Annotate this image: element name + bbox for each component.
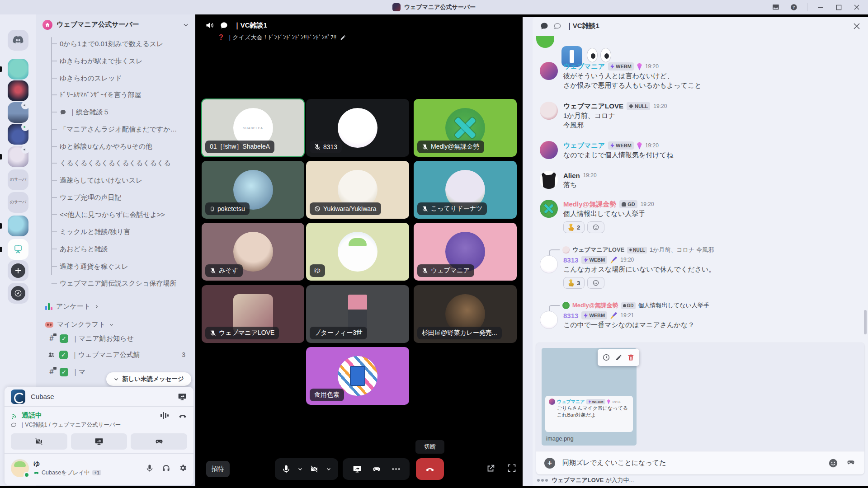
user-avatar[interactable] — [11, 459, 29, 477]
camera-options-chevron[interactable] — [326, 466, 331, 472]
avatar[interactable] — [540, 62, 558, 80]
close-chat-button[interactable] — [853, 22, 861, 30]
server-icon-text-2[interactable]: のサーバ — [8, 192, 28, 213]
reaction-pill[interactable]: 3 — [563, 277, 585, 289]
voice-tile[interactable]: poketetsu — [202, 161, 304, 219]
author-name[interactable]: 8313 — [563, 312, 578, 319]
voice-tile[interactable]: Medly@無課金勢 — [414, 99, 517, 157]
thread-item[interactable]: 過疎う通貨を稼ぐスレ — [36, 260, 195, 273]
server-icon-anime-girl[interactable] — [8, 146, 28, 167]
spoiler-eye-icon[interactable] — [602, 353, 610, 361]
thread-item[interactable]: くるくるくるくるくるくるくるくる — [36, 156, 195, 170]
thread-item[interactable]: ウェブマニア鯖伝説スクショ保存場所 — [36, 277, 195, 290]
poll-section[interactable]: アンケート — [36, 299, 195, 314]
author-name[interactable]: 8313 — [563, 256, 578, 264]
avatar[interactable] — [540, 171, 558, 189]
more-options-button[interactable] — [392, 468, 401, 470]
voice-tile[interactable]: みそす — [202, 223, 304, 281]
server-icon-fireworks[interactable] — [8, 80, 28, 101]
voice-tile[interactable]: SHABELEA 01［!shw］ShabeleA — [202, 99, 304, 157]
reaction-pill[interactable]: 2 — [563, 221, 585, 233]
screen-share-button[interactable] — [352, 465, 362, 474]
chat-scrollbar-thumb[interactable] — [864, 310, 867, 334]
thread-item[interactable]: ゆきらわのスレッド — [36, 71, 195, 85]
avatar[interactable] — [540, 200, 558, 218]
voice-activity-icon[interactable] — [160, 412, 169, 419]
server-icon-text-1[interactable]: のサーバ — [8, 169, 28, 190]
voice-tile[interactable]: こってりドーナツ — [414, 161, 517, 219]
thread-item[interactable]: ウェブ完理の声日記 — [36, 191, 195, 204]
disconnect-button[interactable] — [416, 458, 444, 480]
popout-icon[interactable] — [486, 464, 495, 474]
thread-item[interactable]: あおどらと雑談 — [36, 242, 195, 256]
mic-icon[interactable] — [146, 464, 154, 473]
chat-bubble-icon[interactable] — [220, 21, 228, 30]
author-name[interactable]: ウェブマニア — [563, 62, 605, 71]
mic-options-chevron[interactable] — [297, 466, 303, 472]
avatar[interactable] — [540, 255, 558, 273]
thread-item[interactable]: <<他人に見つからずに会話せよ>> — [36, 208, 195, 221]
voice-tile[interactable]: 8313 — [306, 99, 409, 157]
thread-item[interactable]: 過疎らしてはいけないスレ — [36, 174, 195, 187]
voice-tile[interactable]: Yukiwara/Yukiwara — [306, 161, 409, 219]
channel-announcements[interactable]: # ✓ ｜マニア鯖お知らせ — [36, 331, 195, 346]
thread-item[interactable]: ゆきらわが駅まで歩くスレ — [36, 54, 195, 68]
stream-activity-icon[interactable] — [177, 392, 187, 401]
channel-official-server[interactable]: ✓ ｜ウェブマニア公式鯖 3 — [36, 347, 195, 362]
edit-pencil-icon[interactable] — [615, 354, 623, 361]
thread-item[interactable]: 0から1まで0.01刻みで数えるスレ — [36, 37, 195, 51]
voice-tile[interactable]: ゆ — [306, 223, 409, 281]
discord-home-button[interactable] — [8, 30, 28, 51]
game-activity-button[interactable] — [131, 433, 187, 450]
author-name[interactable]: ウェブマニアLOVE — [563, 102, 623, 111]
reply-reference[interactable]: ウェブマニアLOVE NULL 1か月前、コロナ 今風邪 — [549, 245, 861, 254]
add-reaction-button[interactable] — [587, 221, 604, 233]
server-header[interactable]: ウェブマニア公式サーバー — [36, 14, 195, 35]
voice-tile[interactable]: 食用色素 — [306, 347, 409, 405]
thread-item[interactable]: ゆと雑談∪なんかやろ∪その他 — [36, 140, 195, 153]
camera-off-button[interactable] — [11, 433, 67, 450]
thread-item[interactable]: ミックルと雑談/独り言 — [36, 225, 195, 239]
headphones-icon[interactable] — [162, 464, 170, 473]
server-icon-robot[interactable] — [8, 59, 28, 80]
avatar[interactable] — [540, 311, 558, 329]
avatar[interactable] — [540, 141, 558, 159]
avatar[interactable] — [540, 102, 558, 120]
author-name[interactable]: Medly@無課金勢 — [563, 200, 616, 209]
category-minecraft[interactable]: マインクラフト — [36, 317, 195, 332]
settings-gear-icon[interactable] — [179, 464, 187, 473]
inbox-icon[interactable] — [768, 1, 783, 13]
server-icon-couple[interactable] — [8, 216, 28, 236]
camera-off-button[interactable] — [309, 465, 319, 473]
server-icon-suit[interactable] — [8, 102, 28, 123]
edit-pencil-icon[interactable] — [340, 34, 346, 41]
author-name[interactable]: ウェブマニア — [563, 141, 605, 150]
close-window-button[interactable] — [849, 1, 864, 13]
voice-tile[interactable]: ウェブマニアLOVE — [202, 285, 304, 343]
message-input[interactable]: 同期ズレでえぐいことになってた — [562, 459, 821, 467]
invite-button[interactable]: 招待 — [206, 461, 230, 477]
voice-tile[interactable]: 杉田屋@野菜カレー発売... — [414, 285, 517, 343]
thread-item[interactable]: ﾄﾞﾘｰﾑｻﾏﾊﾞﾝｻﾞｰｲを言う部屋 — [36, 88, 195, 102]
maximize-button[interactable] — [831, 1, 846, 13]
emoji-picker-icon[interactable] — [828, 458, 838, 468]
server-icon-festival[interactable] — [8, 124, 28, 145]
add-reaction-button[interactable] — [587, 277, 604, 289]
disconnect-icon[interactable] — [178, 412, 187, 420]
fullscreen-icon[interactable] — [507, 464, 516, 474]
help-icon[interactable]: ? — [786, 1, 802, 13]
thread-item[interactable]: ｜総合雑談５ — [36, 105, 195, 119]
author-name[interactable]: Alien — [563, 172, 580, 179]
delete-trash-icon[interactable] — [627, 353, 635, 361]
game-activity-button[interactable] — [371, 465, 382, 473]
screen-share-button[interactable] — [71, 433, 127, 450]
reply-reference[interactable]: Medly@無課金勢 GD 個人情報出してない人挙手 — [549, 301, 861, 310]
gift-game-icon[interactable] — [845, 458, 856, 468]
server-icon-easel[interactable] — [8, 239, 28, 260]
minimize-button[interactable] — [813, 1, 828, 13]
voice-tile[interactable]: ウェブマニア — [414, 223, 517, 281]
thread-item[interactable]: 「マニアさんラジオ配信まだですか… — [36, 122, 195, 136]
new-unread-messages-pill[interactable]: 新しい未読メッセージ — [106, 372, 191, 386]
add-server-button[interactable] — [8, 260, 28, 281]
explore-servers-button[interactable] — [8, 283, 28, 304]
